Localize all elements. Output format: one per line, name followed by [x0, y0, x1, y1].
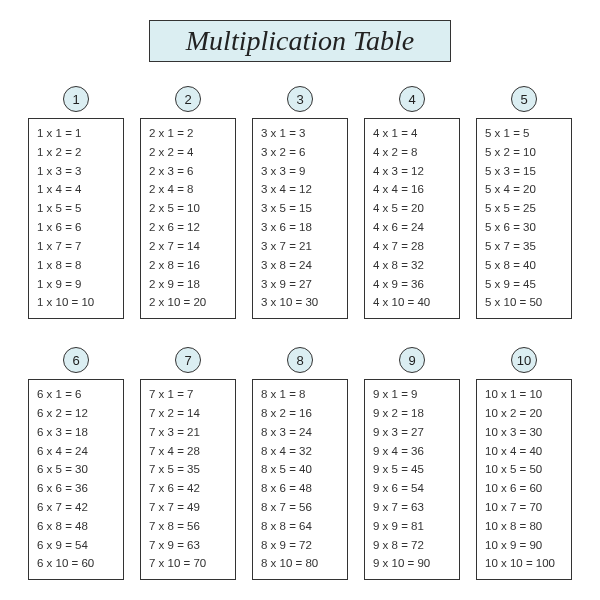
table-row: 10 x 1 = 10 — [485, 386, 563, 404]
table-badge: 4 — [399, 86, 425, 112]
table-row: 2 x 10 = 20 — [149, 294, 227, 312]
table-col-5: 5 5 x 1 = 5 5 x 2 = 10 5 x 3 = 15 5 x 4 … — [476, 86, 572, 319]
table-box: 7 x 1 = 7 7 x 2 = 14 7 x 3 = 21 7 x 4 = … — [140, 379, 236, 580]
table-row: 10 x 10 = 100 — [485, 555, 563, 573]
table-row: 1 x 7 = 7 — [37, 238, 115, 256]
table-row: 9 x 2 = 18 — [373, 405, 451, 423]
table-badge: 9 — [399, 347, 425, 373]
table-row: 7 x 10 = 70 — [149, 555, 227, 573]
table-row: 1 x 9 = 9 — [37, 276, 115, 294]
table-row: 5 x 9 = 45 — [485, 276, 563, 294]
table-box: 1 x 1 = 1 1 x 2 = 2 1 x 3 = 3 1 x 4 = 4 … — [28, 118, 124, 319]
table-row: 8 x 9 = 72 — [261, 537, 339, 555]
table-row: 3 x 7 = 21 — [261, 238, 339, 256]
table-row: 6 x 1 = 6 — [37, 386, 115, 404]
table-row: 7 x 9 = 63 — [149, 537, 227, 555]
page-title: Multiplication Table — [186, 25, 414, 56]
table-row: 1 x 8 = 8 — [37, 257, 115, 275]
table-box: 6 x 1 = 6 6 x 2 = 12 6 x 3 = 18 6 x 4 = … — [28, 379, 124, 580]
table-box: 4 x 1 = 4 4 x 2 = 8 4 x 3 = 12 4 x 4 = 1… — [364, 118, 460, 319]
table-box: 8 x 1 = 8 8 x 2 = 16 8 x 3 = 24 8 x 4 = … — [252, 379, 348, 580]
table-row: 7 x 4 = 28 — [149, 443, 227, 461]
table-box: 3 x 1 = 3 3 x 2 = 6 3 x 3 = 9 3 x 4 = 12… — [252, 118, 348, 319]
table-row: 9 x 6 = 54 — [373, 480, 451, 498]
table-row: 8 x 4 = 32 — [261, 443, 339, 461]
table-col-7: 7 7 x 1 = 7 7 x 2 = 14 7 x 3 = 21 7 x 4 … — [140, 347, 236, 580]
table-row: 10 x 9 = 90 — [485, 537, 563, 555]
table-row: 4 x 10 = 40 — [373, 294, 451, 312]
table-row: 9 x 1 = 9 — [373, 386, 451, 404]
table-row: 5 x 10 = 50 — [485, 294, 563, 312]
table-row: 5 x 5 = 25 — [485, 200, 563, 218]
table-row: 9 x 4 = 36 — [373, 443, 451, 461]
table-row: 6 x 9 = 54 — [37, 537, 115, 555]
table-row: 6 x 8 = 48 — [37, 518, 115, 536]
table-col-2: 2 2 x 1 = 2 2 x 2 = 4 2 x 3 = 6 2 x 4 = … — [140, 86, 236, 319]
table-row: 5 x 2 = 10 — [485, 144, 563, 162]
table-row: 8 x 3 = 24 — [261, 424, 339, 442]
table-row: 6 x 6 = 36 — [37, 480, 115, 498]
table-row: 3 x 2 = 6 — [261, 144, 339, 162]
table-row: 2 x 5 = 10 — [149, 200, 227, 218]
table-row: 8 x 10 = 80 — [261, 555, 339, 573]
table-row: 2 x 3 = 6 — [149, 163, 227, 181]
table-row: 10 x 6 = 60 — [485, 480, 563, 498]
table-row: 2 x 4 = 8 — [149, 181, 227, 199]
table-row: 9 x 3 = 27 — [373, 424, 451, 442]
table-box: 2 x 1 = 2 2 x 2 = 4 2 x 3 = 6 2 x 4 = 8 … — [140, 118, 236, 319]
table-col-1: 1 1 x 1 = 1 1 x 2 = 2 1 x 3 = 3 1 x 4 = … — [28, 86, 124, 319]
table-row: 2 x 8 = 16 — [149, 257, 227, 275]
table-badge: 8 — [287, 347, 313, 373]
table-row: 9 x 8 = 72 — [373, 537, 451, 555]
table-badge: 5 — [511, 86, 537, 112]
table-row: 10 x 8 = 80 — [485, 518, 563, 536]
table-row: 5 x 8 = 40 — [485, 257, 563, 275]
table-col-10: 10 10 x 1 = 10 10 x 2 = 20 10 x 3 = 30 1… — [476, 347, 572, 580]
table-row: 5 x 7 = 35 — [485, 238, 563, 256]
table-row: 4 x 2 = 8 — [373, 144, 451, 162]
table-row: 10 x 7 = 70 — [485, 499, 563, 517]
table-col-9: 9 9 x 1 = 9 9 x 2 = 18 9 x 3 = 27 9 x 4 … — [364, 347, 460, 580]
table-row: 4 x 3 = 12 — [373, 163, 451, 181]
table-row: 6 x 4 = 24 — [37, 443, 115, 461]
table-row: 4 x 4 = 16 — [373, 181, 451, 199]
table-col-4: 4 4 x 1 = 4 4 x 2 = 8 4 x 3 = 12 4 x 4 =… — [364, 86, 460, 319]
table-row: 3 x 10 = 30 — [261, 294, 339, 312]
table-row: 6 x 2 = 12 — [37, 405, 115, 423]
table-row: 9 x 5 = 45 — [373, 461, 451, 479]
table-row: 1 x 2 = 2 — [37, 144, 115, 162]
table-row: 10 x 3 = 30 — [485, 424, 563, 442]
table-row: 3 x 9 = 27 — [261, 276, 339, 294]
table-row: 3 x 6 = 18 — [261, 219, 339, 237]
table-row: 2 x 9 = 18 — [149, 276, 227, 294]
table-row: 2 x 6 = 12 — [149, 219, 227, 237]
table-row: 6 x 5 = 30 — [37, 461, 115, 479]
table-row: 2 x 2 = 4 — [149, 144, 227, 162]
table-row: 3 x 1 = 3 — [261, 125, 339, 143]
table-row: 9 x 10 = 90 — [373, 555, 451, 573]
table-badge: 6 — [63, 347, 89, 373]
table-row: 7 x 6 = 42 — [149, 480, 227, 498]
table-row: 1 x 5 = 5 — [37, 200, 115, 218]
table-badge: 2 — [175, 86, 201, 112]
table-row: 3 x 5 = 15 — [261, 200, 339, 218]
table-badge: 7 — [175, 347, 201, 373]
table-col-8: 8 8 x 1 = 8 8 x 2 = 16 8 x 3 = 24 8 x 4 … — [252, 347, 348, 580]
table-box: 9 x 1 = 9 9 x 2 = 18 9 x 3 = 27 9 x 4 = … — [364, 379, 460, 580]
table-row: 10 x 5 = 50 — [485, 461, 563, 479]
table-row: 8 x 5 = 40 — [261, 461, 339, 479]
table-row: 1 x 3 = 3 — [37, 163, 115, 181]
table-row: 4 x 8 = 32 — [373, 257, 451, 275]
table-row: 1 x 6 = 6 — [37, 219, 115, 237]
table-row: 7 x 1 = 7 — [149, 386, 227, 404]
table-row: 6 x 3 = 18 — [37, 424, 115, 442]
table-row: 3 x 3 = 9 — [261, 163, 339, 181]
table-row: 6 x 7 = 42 — [37, 499, 115, 517]
table-row: 7 x 3 = 21 — [149, 424, 227, 442]
table-row: 8 x 6 = 48 — [261, 480, 339, 498]
table-row: 10 x 4 = 40 — [485, 443, 563, 461]
table-row: 5 x 3 = 15 — [485, 163, 563, 181]
table-row: 9 x 7 = 63 — [373, 499, 451, 517]
table-row: 4 x 1 = 4 — [373, 125, 451, 143]
table-col-6: 6 6 x 1 = 6 6 x 2 = 12 6 x 3 = 18 6 x 4 … — [28, 347, 124, 580]
